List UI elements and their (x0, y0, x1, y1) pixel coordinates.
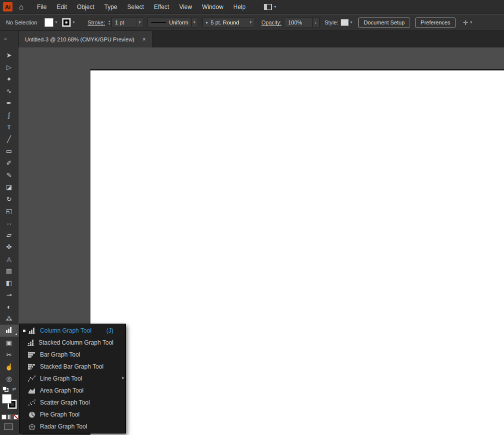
rotate-tool-icon: ↻ (6, 195, 12, 203)
zoom-tool[interactable]: ◎ (0, 373, 18, 385)
menu-item-label: Column Graph Tool (40, 327, 91, 334)
selection-tool[interactable]: ➤ (0, 49, 18, 61)
magic-wand-tool[interactable]: ✦ (0, 73, 18, 85)
swap-fill-stroke-icon[interactable]: ⇄ (12, 387, 16, 392)
fill-swatch[interactable] (44, 18, 53, 27)
artboard-tool[interactable]: ▣ (0, 337, 18, 349)
curvature-tool[interactable]: ∫ (0, 109, 18, 121)
menu-effect[interactable]: Effect (149, 0, 174, 14)
menu-item-label: Scatter Graph Tool (40, 399, 90, 406)
opacity-field[interactable]: 100% (285, 17, 313, 27)
menu-object[interactable]: Object (72, 0, 99, 14)
menu-item-stacked-bar-graph-tool[interactable]: Stacked Bar Graph Tool (19, 361, 125, 373)
menu-help[interactable]: Help (228, 0, 251, 14)
menu-type[interactable]: Type (99, 0, 122, 14)
brush-combo[interactable]: • 5 pt. Round ▾ (202, 17, 254, 27)
eraser-tool[interactable]: ◪ (0, 181, 18, 193)
menu-item-line-graph-tool[interactable]: Line Graph Tool (19, 373, 125, 385)
direct-selection-tool[interactable]: ▷ (0, 61, 18, 73)
shaper-tool[interactable]: ✎ (0, 169, 18, 181)
stepper-down-icon[interactable]: ▾ (108, 23, 110, 25)
menu-item-radar-graph-tool[interactable]: Radar Graph Tool (19, 421, 125, 433)
rotate-tool[interactable]: ↻ (0, 193, 18, 205)
paintbrush-tool-icon: ✐ (6, 159, 12, 167)
stroke-swatch[interactable] (62, 18, 71, 27)
puppet-warp-tool[interactable]: ✜ (0, 241, 18, 253)
gradient-button[interactable] (7, 415, 12, 420)
column-graph-tool[interactable] (0, 325, 18, 337)
close-tab-icon[interactable]: × (142, 36, 146, 43)
free-transform-tool[interactable]: ▱ (0, 229, 18, 241)
home-icon[interactable]: ⌂ (19, 3, 23, 10)
chevron-down-icon[interactable]: ▾ (470, 20, 472, 24)
column-graph-icon (27, 328, 36, 334)
slice-tool-icon: ✂ (6, 351, 12, 359)
type-tool[interactable]: T (0, 121, 18, 133)
chevron-down-icon[interactable]: ▾ (191, 18, 197, 27)
document-tab[interactable]: Untitled-3 @ 210.68% (CMYK/GPU Preview) … (19, 31, 152, 47)
color-button[interactable] (1, 415, 6, 420)
lasso-tool-icon: ∿ (6, 87, 12, 95)
preferences-button[interactable]: Preferences (415, 17, 456, 28)
width-profile-combo[interactable]: Uniform ▾ (147, 17, 197, 27)
scale-tool[interactable]: ◱ (0, 205, 18, 217)
width-tool[interactable]: ↔ (0, 217, 18, 229)
shaper-tool-icon: ✎ (6, 171, 12, 179)
stroke-color-control[interactable]: ▾ (62, 18, 74, 27)
paintbrush-tool[interactable]: ✐ (0, 157, 18, 169)
menu-select[interactable]: Select (122, 0, 149, 14)
style-label: Style: (325, 19, 339, 25)
mesh-tool[interactable]: ▦ (0, 265, 18, 277)
workspace-switcher[interactable]: ▾ (264, 4, 276, 10)
perspective-grid-tool[interactable]: ◬ (0, 253, 18, 265)
pen-tool[interactable]: ✒ (0, 97, 18, 109)
menu-item-stacked-column-graph-tool[interactable]: Stacked Column Graph Tool (19, 337, 125, 349)
menu-edit[interactable]: Edit (51, 0, 72, 14)
document-setup-button[interactable]: Document Setup (358, 17, 410, 28)
line-segment-tool[interactable]: ╱ (0, 133, 18, 145)
menu-item-label: Line Graph Tool (40, 375, 82, 382)
stroke-weight-combo[interactable]: 1 pt ▾ (111, 17, 143, 27)
menu-item-bar-graph-tool[interactable]: Bar Graph Tool (19, 349, 125, 361)
menu-window[interactable]: Window (197, 0, 228, 14)
default-fill-stroke-icon[interactable] (2, 387, 8, 392)
width-profile-value: Uniform (166, 19, 191, 25)
menu-view[interactable]: View (174, 0, 197, 14)
opacity-panel-link[interactable]: Opacity: (261, 19, 281, 25)
symbol-sprayer-tool[interactable]: ⁂ (0, 313, 18, 325)
stroke-weight-stepper[interactable]: ▴ ▾ (108, 20, 110, 25)
menu-item-area-graph-tool[interactable]: Area Graph Tool (19, 385, 125, 397)
menu-item-pie-graph-tool[interactable]: Pie Graph Tool (19, 409, 125, 421)
stepper-up-icon[interactable]: ▴ (108, 20, 110, 22)
none-button[interactable] (13, 415, 18, 420)
flyout-expand-arrow-icon[interactable]: ▸ (122, 375, 124, 380)
style-swatch[interactable] (341, 19, 349, 26)
screen-mode-button[interactable] (4, 424, 13, 430)
eyedropper-tool[interactable]: ⊸ (0, 289, 18, 301)
style-combo[interactable]: ▾ (339, 19, 352, 26)
lasso-tool[interactable]: ∿ (0, 85, 18, 97)
menu-file[interactable]: File (32, 0, 51, 14)
chevron-down-icon[interactable]: ▾ (72, 20, 74, 24)
stroke-panel-link[interactable]: Stroke: (87, 19, 105, 25)
snap-options-control[interactable]: ✛ ▾ (463, 19, 472, 26)
rectangle-tool[interactable]: ▭ (0, 145, 18, 157)
gradient-tool[interactable]: ◧ (0, 277, 18, 289)
fill-color-control[interactable]: ▾ (44, 18, 57, 27)
artboard[interactable] (90, 69, 504, 435)
toolbar-collapse-icon[interactable]: » (4, 35, 7, 41)
opacity-arrow-button[interactable]: › (313, 17, 320, 27)
chevron-down-icon[interactable]: ▾ (55, 20, 57, 24)
hand-tool[interactable]: ☝ (0, 361, 18, 373)
menu-item-column-graph-tool[interactable]: Column Graph Tool (J) (19, 325, 125, 337)
fill-proxy[interactable] (2, 394, 11, 404)
menu-item-scatter-graph-tool[interactable]: Scatter Graph Tool (19, 397, 125, 409)
graph-tools-flyout-menu: Column Graph Tool (J) Stacked Column Gra… (19, 324, 126, 434)
chevron-down-icon[interactable]: ▾ (247, 18, 254, 27)
illustrator-app-icon[interactable]: Ai (3, 2, 12, 11)
chevron-down-icon[interactable]: ▾ (136, 18, 143, 27)
slice-tool[interactable]: ✂ (0, 349, 18, 361)
chevron-down-icon[interactable]: ▾ (350, 20, 352, 24)
blend-tool[interactable]: ◐ (0, 301, 18, 313)
chevron-glyph: ▾ (139, 20, 141, 24)
